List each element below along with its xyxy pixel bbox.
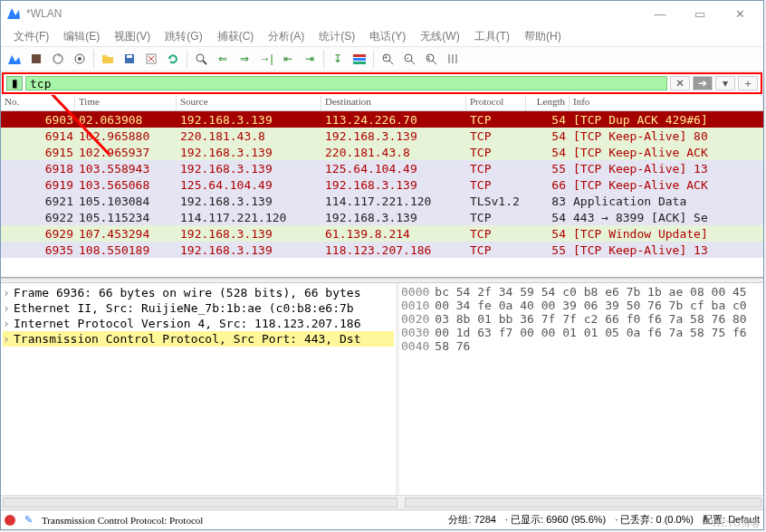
- hex-row[interactable]: 003000 1d 63 f7 00 00 01 01 05 0a f6 7a …: [401, 326, 761, 339]
- filter-clear-button[interactable]: ✕: [670, 76, 690, 90]
- hex-row[interactable]: 0000bc 54 2f 34 59 54 c0 b8 e6 7b 1b ae …: [401, 285, 761, 299]
- zoom-in-icon[interactable]: +: [378, 49, 397, 69]
- svg-rect-11: [353, 62, 366, 64]
- filter-bookmark-icon[interactable]: ▮: [6, 76, 23, 90]
- filter-dropdown-button[interactable]: ▾: [715, 76, 735, 90]
- status-dropped: · 已丢弃: 0 (0.0%): [615, 513, 694, 527]
- window-title: *WLAN: [26, 7, 640, 20]
- svg-rect-10: [353, 58, 366, 61]
- prev-icon[interactable]: ⇐: [213, 49, 233, 69]
- col-info[interactable]: Info: [570, 95, 763, 110]
- expert-info-icon[interactable]: [5, 515, 15, 526]
- zoom-reset-icon[interactable]: 1: [421, 49, 441, 69]
- col-dest[interactable]: Destination: [321, 95, 466, 110]
- col-time[interactable]: Time: [75, 95, 177, 110]
- table-row[interactable]: 6921105.103084192.168.3.139114.117.221.1…: [1, 193, 763, 209]
- col-source[interactable]: Source: [177, 95, 321, 110]
- table-row[interactable]: 6929107.453294192.168.3.13961.139.8.214T…: [1, 225, 763, 242]
- stop-capture-icon[interactable]: [26, 49, 46, 69]
- filter-add-button[interactable]: ＋: [738, 76, 758, 90]
- hex-row[interactable]: 001000 34 fe 0a 40 00 39 06 39 50 76 7b …: [401, 299, 761, 312]
- start-capture-icon[interactable]: [5, 49, 24, 69]
- app-icon: [6, 6, 21, 21]
- table-row[interactable]: 690302.063908192.168.3.139113.24.226.70T…: [1, 111, 763, 128]
- capture-options-icon[interactable]: [70, 49, 90, 69]
- menu-file[interactable]: 文件(F): [6, 27, 56, 46]
- svg-rect-9: [353, 54, 366, 57]
- next-icon[interactable]: ⇒: [235, 49, 254, 69]
- packet-details-pane[interactable]: ›Frame 6936: 66 bytes on wire (528 bits)…: [1, 283, 399, 495]
- table-row[interactable]: 6914102.965880220.181.43.8192.168.3.139T…: [1, 128, 763, 144]
- col-proto[interactable]: Protocol: [466, 95, 526, 110]
- filter-apply-button[interactable]: ➜: [693, 76, 713, 90]
- svg-rect-5: [127, 55, 132, 58]
- svg-line-13: [389, 61, 393, 64]
- minimize-button[interactable]: —: [640, 1, 680, 26]
- reload-file-icon[interactable]: [163, 49, 183, 69]
- hex-row[interactable]: 004058 76: [401, 339, 761, 353]
- col-no[interactable]: No.: [1, 95, 75, 110]
- table-row[interactable]: 6919103.565068125.64.104.49192.168.3.139…: [1, 176, 763, 193]
- detail-row[interactable]: ›Internet Protocol Version 4, Src: 118.1…: [3, 316, 394, 331]
- menu-phone[interactable]: 电话(Y): [362, 27, 413, 46]
- svg-text:-: -: [407, 54, 409, 61]
- menu-edit[interactable]: 编辑(E): [56, 27, 107, 46]
- menu-help[interactable]: 帮助(H): [517, 27, 569, 46]
- menu-capture[interactable]: 捕获(C): [210, 27, 262, 46]
- status-displayed: · 已显示: 6960 (95.6%): [505, 513, 606, 527]
- colorize-icon[interactable]: [349, 49, 369, 69]
- close-button[interactable]: ✕: [720, 1, 760, 26]
- menu-stats[interactable]: 统计(S): [311, 27, 362, 46]
- hex-row[interactable]: 002003 8b 01 bb 36 7f 7f c2 66 f0 f6 7a …: [401, 312, 761, 326]
- svg-point-3: [78, 57, 81, 61]
- menu-view[interactable]: 视图(V): [107, 27, 158, 46]
- table-row[interactable]: 6922105.115234114.117.221.120192.168.3.1…: [1, 209, 763, 225]
- find-icon[interactable]: [191, 49, 211, 69]
- svg-text:+: +: [384, 54, 388, 61]
- menu-go[interactable]: 跳转(G): [158, 27, 209, 46]
- svg-line-19: [433, 61, 436, 64]
- detail-row[interactable]: ›Frame 6936: 66 bytes on wire (528 bits)…: [3, 285, 394, 300]
- display-filter-input[interactable]: [25, 76, 667, 90]
- watermark: 51CTO博客: [711, 517, 761, 530]
- zoom-out-icon[interactable]: -: [399, 49, 419, 69]
- menubar: 文件(F) 编辑(E) 视图(V) 跳转(G) 捕获(C) 分析(A) 统计(S…: [1, 26, 763, 46]
- col-length[interactable]: Length: [526, 95, 570, 110]
- save-file-icon[interactable]: [120, 49, 139, 69]
- packet-list-pane: No. Time Source Destination Protocol Len…: [1, 95, 763, 278]
- status-packets: 分组: 7284: [448, 513, 496, 527]
- status-field: Transmission Control Protocol: Protocol: [42, 515, 203, 526]
- goto-icon[interactable]: →|: [256, 49, 276, 69]
- restart-capture-icon[interactable]: [48, 49, 68, 69]
- last-icon[interactable]: ⇥: [300, 49, 320, 69]
- maximize-button[interactable]: ▭: [680, 1, 720, 26]
- capture-file-icon[interactable]: ✎: [24, 514, 33, 526]
- menu-tools[interactable]: 工具(T): [467, 27, 517, 46]
- svg-rect-0: [32, 54, 41, 63]
- svg-line-16: [411, 61, 415, 64]
- autoscroll-icon[interactable]: ↧: [328, 49, 348, 69]
- table-row[interactable]: 6915102.965937192.168.3.139220.181.43.8T…: [1, 144, 763, 160]
- close-file-icon[interactable]: [141, 49, 161, 69]
- open-file-icon[interactable]: [98, 49, 118, 69]
- toolbar: ⇐ ⇒ →| ⇤ ⇥ ↧ + - 1: [1, 46, 763, 71]
- packet-list-header: No. Time Source Destination Protocol Len…: [1, 95, 763, 111]
- titlebar: *WLAN — ▭ ✕: [1, 1, 763, 26]
- table-row[interactable]: 6935108.550189192.168.3.139118.123.207.1…: [1, 242, 763, 258]
- packet-list-body[interactable]: 690302.063908192.168.3.139113.24.226.70T…: [1, 111, 763, 276]
- svg-point-1: [53, 54, 62, 63]
- first-icon[interactable]: ⇤: [278, 49, 298, 69]
- menu-analyze[interactable]: 分析(A): [261, 27, 311, 46]
- detail-row[interactable]: ›Transmission Control Protocol, Src Port…: [3, 331, 394, 347]
- bottom-scrollbars[interactable]: [1, 495, 763, 509]
- detail-row[interactable]: ›Ethernet II, Src: RuijieNe_7b:1b:ae (c0…: [3, 300, 394, 316]
- svg-line-8: [203, 61, 206, 64]
- statusbar: ✎ Transmission Control Protocol: Protoco…: [1, 509, 763, 529]
- packet-bytes-pane[interactable]: 0000bc 54 2f 34 59 54 c0 b8 e6 7b 1b ae …: [399, 283, 763, 495]
- resize-columns-icon[interactable]: [443, 49, 463, 69]
- svg-point-7: [196, 54, 204, 62]
- table-row[interactable]: 6918103.558943192.168.3.139125.64.104.49…: [1, 160, 763, 176]
- svg-text:1: 1: [427, 55, 431, 61]
- filter-bar: ▮ ✕ ➜ ▾ ＋: [2, 72, 762, 94]
- menu-wireless[interactable]: 无线(W): [413, 27, 466, 46]
